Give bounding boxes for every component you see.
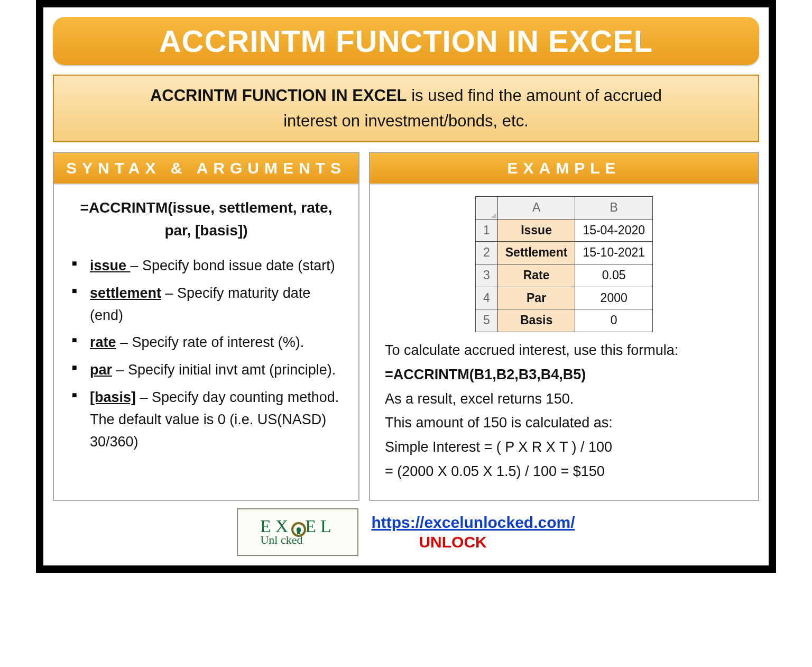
row-label: Rate: [497, 264, 575, 287]
arg-desc: – Specify bond issue date (start): [131, 258, 335, 273]
logo-text-right: EL: [305, 517, 336, 535]
footer-tagline: UNLOCK: [419, 533, 486, 551]
keyhole-icon: [291, 522, 306, 537]
footer: EX EL Unl cked https://excelunlocked.com…: [53, 508, 759, 556]
row-num: 5: [475, 309, 497, 332]
row-num: 4: [475, 287, 497, 309]
excel-table: A B 1 Issue 15-04-2020 2 Settlement 15-1…: [475, 196, 653, 332]
row-value: 15-04-2020: [575, 219, 653, 242]
example-explanation: To calculate accrued interest, use this …: [385, 340, 743, 483]
syntax-formula: =ACCRINTM(issue, settlement, rate, par, …: [69, 196, 344, 242]
row-value: 0: [575, 309, 653, 332]
arg-name: [basis]: [90, 389, 136, 405]
row-num: 2: [475, 242, 497, 264]
arg-name: rate: [90, 334, 116, 350]
arg-desc: – Specify initial invt amt (principle).: [112, 362, 336, 378]
row-label: Issue: [497, 219, 575, 242]
col-header: A: [497, 197, 575, 220]
row-num: 1: [475, 219, 497, 242]
logo: EX EL Unl cked: [237, 508, 358, 556]
example-header: EXAMPLE: [370, 153, 758, 184]
syntax-card: SYNTAX & ARGUMENTS =ACCRINTM(issue, sett…: [53, 152, 359, 501]
list-item: issue – Specify bond issue date (start): [72, 255, 344, 277]
arg-name: par: [90, 362, 112, 378]
intro-lead: ACCRINTM FUNCTION IN EXCEL: [150, 86, 407, 105]
explain-line: To calculate accrued interest, use this …: [385, 340, 743, 362]
row-label: Settlement: [497, 242, 575, 264]
list-item: [basis] – Specify day counting method. T…: [72, 387, 344, 453]
row-value: 2000: [575, 287, 653, 309]
site-link[interactable]: https://excelunlocked.com/: [371, 514, 575, 531]
intro-box: ACCRINTM FUNCTION IN EXCEL is used find …: [53, 75, 759, 142]
table-row: 5 Basis 0: [475, 309, 652, 332]
logo-text-left: EX: [260, 517, 292, 535]
explain-line: As a result, excel returns 150.: [385, 388, 743, 410]
arg-desc: – Specify rate of interest (%).: [116, 334, 304, 350]
row-value: 15-10-2021: [575, 242, 653, 264]
list-item: settlement – Specify maturity date (end): [72, 282, 344, 327]
intro-rest-1: is used find the amount of accrued: [407, 86, 662, 105]
arg-name: issue: [90, 258, 131, 273]
table-corner: [475, 197, 497, 220]
intro-rest-2: interest on investment/bonds, etc.: [283, 112, 529, 130]
list-item: par – Specify initial invt amt (principl…: [72, 359, 344, 381]
syntax-header: SYNTAX & ARGUMENTS: [54, 153, 358, 184]
table-row: 3 Rate 0.05: [475, 264, 652, 287]
explain-line: Simple Interest = ( P X R X T ) / 100: [385, 436, 743, 459]
arg-name: settlement: [90, 285, 161, 301]
infographic-frame: ACCRINTM FUNCTION IN EXCEL ACCRINTM FUNC…: [36, 0, 776, 573]
row-label: Par: [497, 287, 575, 309]
row-value: 0.05: [575, 264, 653, 287]
table-row: 4 Par 2000: [475, 287, 652, 309]
explain-line: = (2000 X 0.05 X 1.5) / 100 = $150: [385, 461, 743, 483]
list-item: rate – Specify rate of interest (%).: [72, 332, 344, 354]
arguments-list: issue – Specify bond issue date (start) …: [69, 255, 344, 453]
table-row: 2 Settlement 15-10-2021: [475, 242, 652, 264]
row-label: Basis: [497, 309, 575, 332]
example-card: EXAMPLE A B 1 Issue 15-04-2020 2: [369, 152, 759, 501]
row-num: 3: [475, 264, 497, 287]
page-title: ACCRINTM FUNCTION IN EXCEL: [53, 17, 759, 65]
col-header: B: [575, 197, 653, 220]
example-formula: =ACCRINTM(B1,B2,B3,B4,B5): [385, 364, 743, 386]
table-row: 1 Issue 15-04-2020: [475, 219, 652, 242]
explain-line: This amount of 150 is calculated as:: [385, 412, 743, 434]
